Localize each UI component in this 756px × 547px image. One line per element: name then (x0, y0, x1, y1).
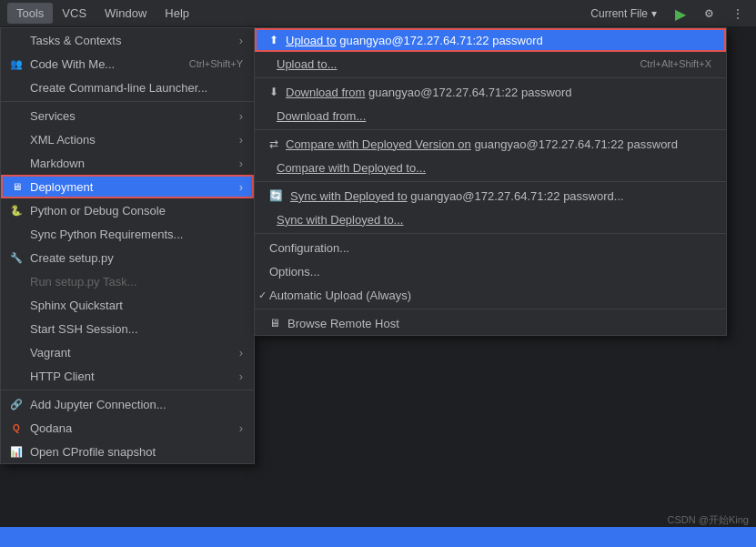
vagrant-arrow-icon: › (239, 346, 243, 360)
deployment-arrow-icon: › (239, 180, 243, 194)
current-file-label: Current File (590, 7, 648, 20)
sub-item-auto-upload[interactable]: Automatic Upload (Always) (255, 283, 726, 307)
code-with-me-shortcut: Ctrl+Shift+Y (189, 58, 243, 69)
services-arrow-icon: › (239, 109, 243, 123)
menu-item-start-ssh[interactable]: Start SSH Session... (1, 317, 254, 340)
upload-specific-label: Upload to guangyao@172.27.64.71:22 passw… (286, 34, 543, 47)
menu-tools[interactable]: Tools (7, 3, 53, 24)
menu-item-tasks[interactable]: Tasks & Contexts › (1, 28, 254, 52)
menu-item-sync-python[interactable]: Sync Python Requirements... (1, 222, 254, 246)
sub-divider-2 (255, 129, 726, 130)
xml-arrow-icon: › (239, 133, 243, 147)
sub-item-configuration[interactable]: Configuration... (255, 236, 726, 259)
tools-dropdown: Tasks & Contexts › 👥 Code With Me... Ctr… (0, 27, 255, 464)
deployment-submenu: ⬆ Upload to guangyao@172.27.64.71:22 pas… (254, 27, 727, 336)
menu-item-markdown[interactable]: Markdown › (1, 151, 254, 175)
qodana-arrow-icon: › (239, 421, 243, 435)
download-icon: ⬇ (269, 86, 278, 98)
python-console-label: Python or Debug Console (30, 204, 166, 218)
services-label: Services (30, 109, 76, 123)
cprofile-label: Open CProfile snapshot (30, 445, 156, 459)
chevron-down-icon: ▾ (651, 7, 657, 20)
code-with-me-label: Code With Me... (30, 57, 115, 71)
browse-remote-icon: 🖥 (269, 317, 280, 329)
code-with-me-icon: 👥 (8, 56, 25, 72)
divider-2 (1, 390, 254, 390)
sub-item-upload-specific[interactable]: ⬆ Upload to guangyao@172.27.64.71:22 pas… (255, 28, 726, 52)
current-file-dropdown[interactable]: Current File ▾ (585, 5, 662, 22)
auto-upload-label: Automatic Upload (Always) (269, 289, 411, 302)
create-setup-icon: 🔧 (8, 249, 25, 266)
menu-bar: Tools VCS Window Help Current File ▾ ▶ ⚙… (0, 0, 756, 27)
sub-item-compare-with[interactable]: Compare with Deployed to... (255, 156, 726, 179)
http-client-label: HTTP Client (30, 370, 95, 383)
sync-python-label: Sync Python Requirements... (30, 228, 183, 241)
divider-1 (1, 101, 254, 102)
configuration-label: Configuration... (269, 241, 349, 255)
sub-item-download-from[interactable]: Download from... (255, 104, 726, 127)
sub-item-compare-specific[interactable]: ⇄ Compare with Deployed Version on guang… (255, 132, 726, 156)
menu-window[interactable]: Window (96, 3, 156, 24)
menu-bar-right: Current File ▾ ▶ ⚙ ⋮ (585, 0, 749, 27)
compare-specific-label: Compare with Deployed Version on guangya… (286, 137, 678, 151)
watermark: CSDN @开始King (668, 513, 749, 527)
menu-item-create-launcher[interactable]: Create Command-line Launcher... (1, 76, 254, 99)
xml-actions-label: XML Actions (30, 133, 96, 147)
arrow-icon: › (239, 34, 243, 47)
sub-divider-3 (255, 181, 726, 182)
sub-item-options[interactable]: Options... (255, 259, 726, 283)
vagrant-label: Vagrant (30, 346, 71, 360)
browse-remote-label: Browse Remote Host (287, 317, 399, 330)
create-setup-label: Create setup.py (30, 251, 114, 265)
menu-item-cprofile[interactable]: 📊 Open CProfile snapshot (1, 440, 254, 463)
sub-item-upload-to[interactable]: Upload to... Ctrl+Alt+Shift+X (255, 52, 726, 76)
bottom-bar (0, 527, 756, 547)
menu-item-create-setup[interactable]: 🔧 Create setup.py (1, 246, 254, 269)
menu-item-vagrant[interactable]: Vagrant › (1, 340, 254, 364)
jupyter-icon: 🔗 (8, 396, 25, 412)
options-label: Options... (269, 265, 320, 279)
run-button[interactable]: ▶ (670, 4, 691, 25)
markdown-arrow-icon: › (239, 157, 243, 170)
sub-item-browse-remote[interactable]: 🖥 Browse Remote Host (255, 311, 726, 335)
sync-with-label: Sync with Deployed to... (277, 213, 403, 227)
menu-item-qodana[interactable]: Q Qodana › (1, 416, 254, 440)
create-launcher-label: Create Command-line Launcher... (30, 81, 207, 95)
menu-item-deployment[interactable]: 🖥 Deployment › (1, 175, 254, 198)
python-console-icon: 🐍 (8, 202, 25, 218)
more-icon[interactable]: ⋮ (727, 5, 749, 22)
deployment-icon: 🖥 (8, 178, 25, 195)
sync-icon: 🔄 (269, 189, 283, 202)
menu-item-http-client[interactable]: HTTP Client › (1, 364, 254, 388)
menu-item-xml-actions[interactable]: XML Actions › (1, 127, 254, 151)
add-jupyter-label: Add Jupyter Connection... (30, 398, 166, 411)
run-setup-label: Run setup.py Task... (30, 275, 137, 289)
menu-item-python-console[interactable]: 🐍 Python or Debug Console (1, 198, 254, 222)
sub-item-sync-with[interactable]: Sync with Deployed to... (255, 208, 726, 231)
download-from-label: Download from... (277, 109, 366, 123)
markdown-label: Markdown (30, 157, 85, 170)
sub-divider-4 (255, 233, 726, 234)
menu-item-add-jupyter[interactable]: 🔗 Add Jupyter Connection... (1, 392, 254, 416)
sub-divider-5 (255, 309, 726, 309)
start-ssh-label: Start SSH Session... (30, 322, 138, 336)
cprofile-icon: 📊 (8, 443, 25, 460)
http-arrow-icon: › (239, 370, 243, 383)
sub-item-sync-specific[interactable]: 🔄 Sync with Deployed to guangyao@172.27.… (255, 184, 726, 208)
download-specific-label: Download from guangyao@172.27.64.71:22 p… (286, 86, 572, 99)
qodana-icon: Q (8, 420, 25, 436)
settings-icon[interactable]: ⚙ (699, 5, 720, 22)
compare-icon: ⇄ (269, 137, 278, 150)
menu-item-code-with-me[interactable]: 👥 Code With Me... Ctrl+Shift+Y (1, 52, 254, 76)
upload-icon: ⬆ (269, 34, 278, 46)
menu-help[interactable]: Help (156, 3, 198, 24)
qodana-label: Qodana (30, 421, 72, 435)
sub-divider-1 (255, 77, 726, 78)
sub-item-download-specific[interactable]: ⬇ Download from guangyao@172.27.64.71:22… (255, 80, 726, 104)
sync-specific-label: Sync with Deployed to guangyao@172.27.64… (290, 189, 624, 203)
menu-item-sphinx[interactable]: Sphinx Quickstart (1, 293, 254, 317)
compare-with-label: Compare with Deployed to... (277, 161, 426, 175)
menu-vcs[interactable]: VCS (53, 3, 96, 24)
menu-item-run-setup: Run setup.py Task... (1, 269, 254, 293)
menu-item-services[interactable]: Services › (1, 104, 254, 127)
